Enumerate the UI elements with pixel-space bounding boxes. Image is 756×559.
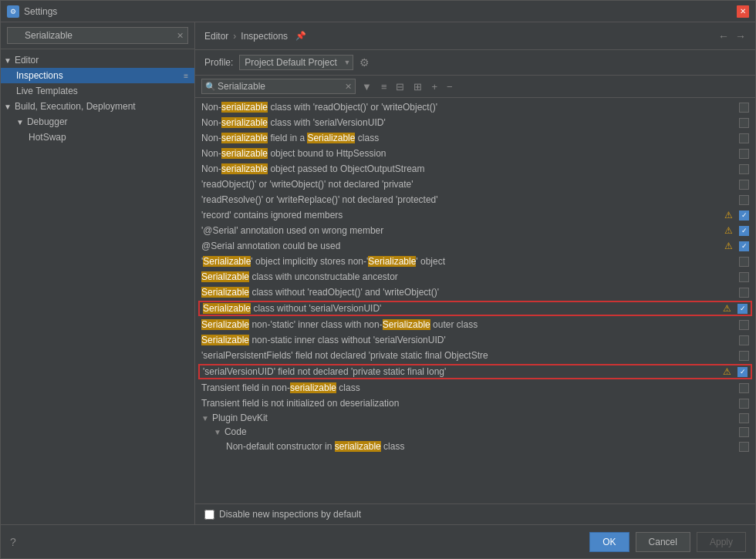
- profile-select[interactable]: Project Default Project Default: [239, 55, 353, 70]
- group-checkbox[interactable]: [739, 427, 749, 437]
- inspection-checkbox[interactable]: [739, 257, 749, 267]
- collapse-all-button[interactable]: ⊟: [393, 79, 407, 94]
- inspection-text: Serializable non-'static' inner class wi…: [201, 319, 736, 330]
- inspection-checkbox[interactable]: [737, 304, 748, 314]
- inspection-text: Serializable class with unconstructable …: [201, 271, 736, 282]
- filter-search-wrap: 🔍 ✕: [201, 79, 356, 94]
- inspection-text: Non-default constructor in serializable …: [226, 441, 736, 452]
- inspection-checkbox[interactable]: [739, 351, 749, 361]
- breadcrumb-separator: ›: [233, 31, 236, 42]
- inspection-text: 'Serializable' object implicitly stores …: [201, 256, 736, 267]
- table-row[interactable]: @Serial annotation could be used ⚠: [195, 238, 755, 254]
- group-arrow-icon: ▼: [214, 428, 221, 436]
- inspection-checkbox[interactable]: [739, 133, 749, 143]
- table-row[interactable]: 'record' contains ignored members ⚠: [195, 207, 755, 223]
- sidebar-item-inspections[interactable]: Inspections ≡: [1, 68, 194, 83]
- sidebar-item-hotswap[interactable]: HotSwap: [1, 130, 194, 145]
- filter-search-input[interactable]: [201, 79, 356, 94]
- inspection-text: Non-serializable object passed to Object…: [201, 163, 736, 174]
- group-button[interactable]: ⊞: [410, 79, 425, 94]
- table-row[interactable]: Serializable non-static inner class with…: [195, 332, 755, 348]
- inspection-checkbox[interactable]: [739, 118, 749, 128]
- main-panel: Editor › Inspections 📌 ← → Profile: Proj…: [195, 22, 755, 524]
- title-bar-left: ⚙ Settings: [7, 5, 57, 18]
- inspection-checkbox[interactable]: [739, 399, 749, 409]
- window-title: Settings: [24, 6, 57, 17]
- table-row[interactable]: 'serialVersionUID' field not declared 'p…: [198, 364, 752, 379]
- table-row[interactable]: Non-serializable class with 'serialVersi…: [195, 115, 755, 130]
- profile-gear-button[interactable]: ⚙: [359, 56, 370, 69]
- sidebar-item-label: Live Templates: [16, 86, 78, 96]
- table-row[interactable]: 'readResolve()' or 'writeReplace()' not …: [195, 192, 755, 207]
- table-row[interactable]: Serializable class with unconstructable …: [195, 269, 755, 285]
- inspection-checkbox[interactable]: [739, 210, 749, 221]
- sidebar-item-label: HotSwap: [29, 132, 66, 143]
- table-row[interactable]: Non-serializable object bound to HttpSes…: [195, 146, 755, 161]
- inspection-checkbox[interactable]: [739, 164, 749, 174]
- remove-button[interactable]: −: [444, 79, 456, 94]
- expand-all-button[interactable]: ≡: [378, 79, 390, 94]
- inspection-checkbox[interactable]: [739, 442, 749, 452]
- sidebar-item-build[interactable]: ▼ Build, Execution, Deployment: [1, 99, 194, 114]
- inspection-checkbox[interactable]: [739, 288, 749, 298]
- table-row[interactable]: '@Serial' annotation used on wrong membe…: [195, 223, 755, 238]
- inspection-checkbox[interactable]: [739, 195, 749, 205]
- disable-new-inspections-checkbox[interactable]: [204, 510, 214, 520]
- inspections-list: Non-serializable class with 'readObject(…: [195, 98, 755, 503]
- filter-button[interactable]: ▼: [359, 79, 375, 94]
- table-row[interactable]: Transient field in non-serializable clas…: [195, 380, 755, 396]
- inspection-checkbox[interactable]: [739, 335, 749, 345]
- forward-arrow[interactable]: →: [735, 30, 746, 42]
- table-row[interactable]: Non-serializable class with 'readObject(…: [195, 99, 755, 115]
- sidebar-tree: ▼ Editor Inspections ≡ Live Templates ▼ …: [1, 49, 194, 524]
- inspection-checkbox[interactable]: [739, 180, 749, 190]
- sidebar-search-input[interactable]: [7, 27, 188, 44]
- filter-search-icon: 🔍: [205, 82, 216, 92]
- table-row[interactable]: Serializable class without 'serialVersio…: [198, 301, 752, 316]
- sidebar-item-label: Debugger: [27, 116, 68, 127]
- table-row[interactable]: Non-serializable field in a Serializable…: [195, 130, 755, 146]
- table-row[interactable]: Transient field is not initialized on de…: [195, 396, 755, 411]
- ok-button[interactable]: OK: [589, 532, 629, 552]
- group-code[interactable]: ▼ Code: [195, 425, 755, 439]
- inspection-text: '@Serial' annotation used on wrong membe…: [201, 225, 724, 236]
- inspection-checkbox[interactable]: [739, 226, 749, 236]
- table-row[interactable]: Serializable non-'static' inner class wi…: [195, 317, 755, 332]
- sidebar-item-live-templates[interactable]: Live Templates: [1, 83, 194, 99]
- group-checkbox[interactable]: [739, 413, 749, 423]
- filter-clear-button[interactable]: ✕: [345, 82, 352, 92]
- table-row[interactable]: 'readObject()' or 'writeObject()' not de…: [195, 177, 755, 192]
- back-arrow[interactable]: ←: [718, 30, 729, 42]
- sidebar-search-wrap: 🔍 ✕: [7, 27, 188, 44]
- settings-icon: ⚙: [7, 5, 19, 18]
- sidebar-search-clear[interactable]: ✕: [177, 31, 184, 41]
- inspection-text: 'readObject()' or 'writeObject()' not de…: [201, 179, 736, 190]
- warning-icon: ⚠: [724, 210, 733, 221]
- pin-icon[interactable]: 📌: [295, 31, 306, 41]
- inspection-checkbox[interactable]: [739, 272, 749, 282]
- inspection-checkbox[interactable]: [739, 383, 749, 393]
- add-button[interactable]: +: [428, 79, 440, 94]
- apply-button[interactable]: Apply: [697, 532, 746, 552]
- profile-bar: Profile: Project Default Project Default…: [195, 50, 755, 76]
- table-row[interactable]: 'serialPersistentFields' field not decla…: [195, 348, 755, 363]
- inspection-checkbox[interactable]: [739, 103, 749, 113]
- sidebar-item-debugger[interactable]: ▼ Debugger: [1, 114, 194, 130]
- inspection-checkbox[interactable]: [739, 241, 749, 251]
- inspection-text: Non-serializable object bound to HttpSes…: [201, 148, 736, 159]
- inspection-checkbox[interactable]: [739, 320, 749, 330]
- inspection-checkbox[interactable]: [737, 367, 748, 377]
- table-row[interactable]: Serializable class without 'readObject()…: [195, 285, 755, 300]
- inspection-text: Non-serializable class with 'serialVersi…: [201, 117, 736, 128]
- disable-new-inspections-label: Disable new inspections by default: [219, 509, 361, 520]
- cancel-button[interactable]: Cancel: [636, 532, 690, 552]
- close-button[interactable]: ✕: [737, 5, 749, 18]
- inspection-checkbox[interactable]: [739, 149, 749, 159]
- arrow-icon: ▼: [4, 103, 12, 111]
- table-row[interactable]: Non-default constructor in serializable …: [195, 439, 755, 454]
- table-row[interactable]: 'Serializable' object implicitly stores …: [195, 254, 755, 269]
- help-button[interactable]: ?: [10, 536, 16, 548]
- group-plugin-devkit[interactable]: ▼ Plugin DevKit: [195, 411, 755, 425]
- table-row[interactable]: Non-serializable object passed to Object…: [195, 161, 755, 177]
- sidebar-item-editor[interactable]: ▼ Editor: [1, 52, 194, 68]
